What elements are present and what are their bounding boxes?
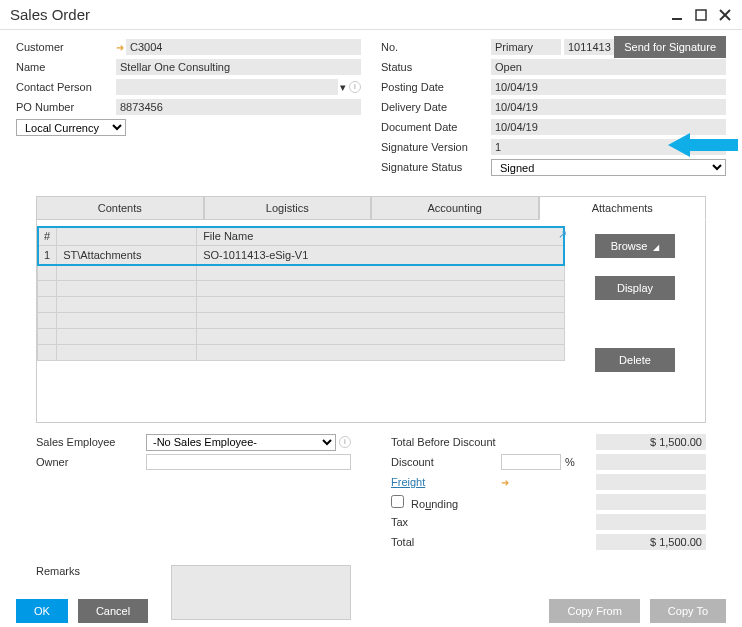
freight-value: [596, 474, 706, 490]
cancel-button[interactable]: Cancel: [78, 599, 148, 623]
delete-button[interactable]: Delete: [595, 348, 675, 372]
rounding-value: [596, 494, 706, 510]
table-row[interactable]: 1 ST\Attachments SO-1011413-eSig-V1: [38, 246, 565, 265]
tbd-label: Total Before Discount: [391, 436, 501, 448]
titlebar: Sales Order: [0, 0, 742, 30]
freight-link-icon[interactable]: ➜: [501, 477, 509, 488]
rounding-row: Rounding: [391, 495, 501, 510]
minimize-icon[interactable]: [670, 8, 684, 22]
status-field: [491, 59, 726, 75]
tab-contents[interactable]: Contents: [36, 196, 204, 220]
posting-field[interactable]: [491, 79, 726, 95]
tbd-value: $ 1,500.00: [596, 434, 706, 450]
send-for-signature-button[interactable]: Send for Signature: [614, 36, 726, 58]
document-label: Document Date: [381, 121, 491, 133]
table-row[interactable]: [38, 297, 565, 313]
col-hash: #: [38, 227, 57, 246]
rounding-label: Rounding: [411, 498, 458, 510]
salesemp-select[interactable]: -No Sales Employee-: [146, 434, 336, 451]
tax-value: [596, 514, 706, 530]
customer-label: Customer: [16, 41, 116, 53]
total-label: Total: [391, 536, 501, 548]
tab-bar: Contents Logistics Accounting Attachment…: [36, 196, 706, 220]
delivery-field[interactable]: [491, 99, 726, 115]
customer-field[interactable]: [126, 39, 361, 55]
col-path: [57, 227, 197, 246]
salesemp-info-icon[interactable]: i: [339, 436, 351, 448]
table-row[interactable]: [38, 265, 565, 281]
svg-rect-1: [696, 10, 706, 20]
contact-field[interactable]: [116, 79, 338, 95]
browse-button[interactable]: Browse◢: [595, 234, 675, 258]
popout-icon[interactable]: ↗: [558, 228, 567, 241]
table-row[interactable]: [38, 329, 565, 345]
tab-attachments[interactable]: Attachments: [539, 196, 707, 220]
no-type-field[interactable]: [491, 39, 561, 55]
no-label: No.: [381, 41, 491, 53]
copy-from-button[interactable]: Copy From: [549, 599, 639, 623]
currency-select[interactable]: Local Currency: [16, 119, 126, 136]
table-row[interactable]: [38, 345, 565, 361]
ok-button[interactable]: OK: [16, 599, 68, 623]
callout-arrow-icon: [668, 130, 738, 162]
po-field[interactable]: [116, 99, 361, 115]
po-label: PO Number: [16, 101, 116, 113]
salesemp-label: Sales Employee: [36, 436, 146, 448]
link-arrow-icon[interactable]: ➜: [116, 42, 124, 53]
sigver-label: Signature Version: [381, 141, 491, 153]
maximize-icon[interactable]: [694, 8, 708, 22]
name-label: Name: [16, 61, 116, 73]
sigstatus-label: Signature Status: [381, 161, 491, 173]
display-button[interactable]: Display: [595, 276, 675, 300]
total-value: $ 1,500.00: [596, 534, 706, 550]
col-filename: File Name: [197, 227, 565, 246]
status-label: Status: [381, 61, 491, 73]
freight-label[interactable]: Freight: [391, 476, 501, 488]
name-field[interactable]: [116, 59, 361, 75]
contact-info-icon[interactable]: i: [349, 81, 361, 93]
close-icon[interactable]: [718, 8, 732, 22]
copy-to-button[interactable]: Copy To: [650, 599, 726, 623]
owner-label: Owner: [36, 456, 146, 468]
tax-label: Tax: [391, 516, 501, 528]
tab-accounting[interactable]: Accounting: [371, 196, 539, 220]
delivery-label: Delivery Date: [381, 101, 491, 113]
table-row[interactable]: [38, 313, 565, 329]
svg-marker-4: [668, 133, 738, 157]
owner-field[interactable]: [146, 454, 351, 470]
tab-logistics[interactable]: Logistics: [204, 196, 372, 220]
table-row[interactable]: [38, 281, 565, 297]
window-title: Sales Order: [10, 6, 90, 23]
attachments-grid: # File Name 1 ST\Attachments SO-1011413-…: [37, 226, 565, 361]
rounding-checkbox[interactable]: [391, 495, 404, 508]
discount-label: Discount: [391, 456, 501, 468]
contact-label: Contact Person: [16, 81, 116, 93]
posting-label: Posting Date: [381, 81, 491, 93]
discount-pct-field[interactable]: [501, 454, 561, 470]
discount-value: [596, 454, 706, 470]
